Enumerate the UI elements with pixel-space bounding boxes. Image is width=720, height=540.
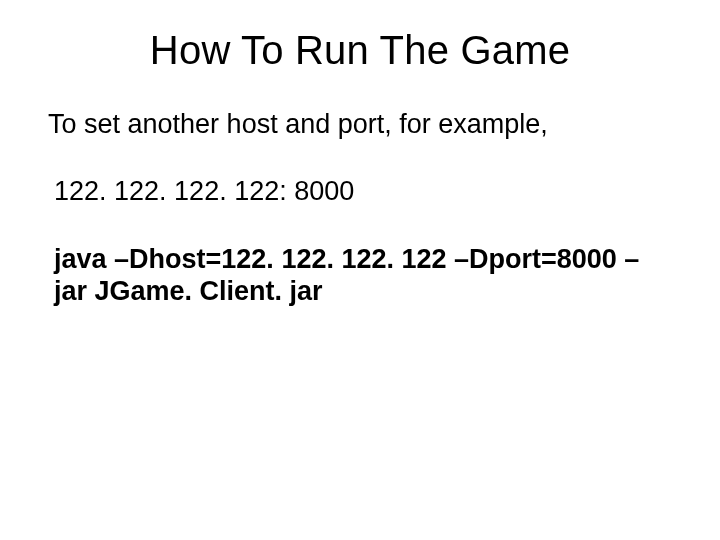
slide-title: How To Run The Game [48, 28, 672, 73]
command-text: java –Dhost=122. 122. 122. 122 –Dport=80… [48, 243, 672, 308]
intro-text: To set another host and port, for exampl… [48, 109, 672, 140]
example-address: 122. 122. 122. 122: 8000 [48, 176, 672, 207]
slide: How To Run The Game To set another host … [0, 0, 720, 540]
